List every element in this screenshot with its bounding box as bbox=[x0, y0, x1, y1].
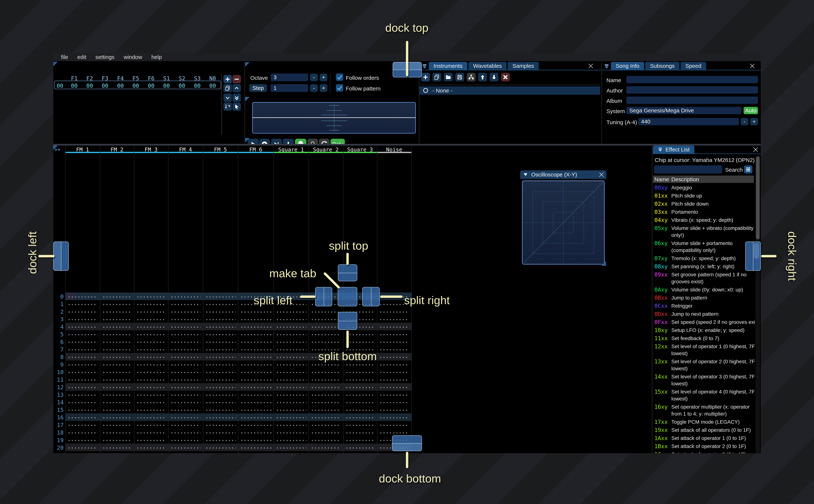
empty-cells[interactable] bbox=[311, 425, 341, 426]
effect-row-1Axx[interactable]: 1AxxSet attack of operator 1 (0 to 1F) bbox=[654, 435, 755, 442]
empty-cells[interactable] bbox=[276, 447, 306, 449]
empty-cells[interactable] bbox=[205, 304, 236, 305]
empty-cells[interactable] bbox=[276, 379, 306, 381]
effect-row-12xx[interactable]: 12xxSet level of operator 1 (0 highest, … bbox=[654, 343, 755, 357]
empty-cells[interactable] bbox=[240, 319, 271, 320]
tab-speed[interactable]: Speed bbox=[681, 62, 706, 70]
instrument-add-button[interactable] bbox=[421, 73, 430, 81]
effect-row-05xy[interactable]: 05xyVolume slide + vibrato (compatibilit… bbox=[654, 225, 755, 239]
effect-row-10xy[interactable]: 10xySetup LFO (x: enable; y: speed) bbox=[654, 327, 755, 334]
empty-cells[interactable] bbox=[240, 334, 271, 335]
effect-row-11xx[interactable]: 11xxSet feedback (0 to 7) bbox=[654, 335, 755, 342]
name-input[interactable] bbox=[626, 76, 758, 83]
empty-cells[interactable] bbox=[311, 387, 341, 388]
empty-cells[interactable] bbox=[345, 379, 375, 381]
order-duplicate-deep-button[interactable] bbox=[232, 94, 241, 102]
empty-cells[interactable] bbox=[345, 364, 375, 366]
instrument-save-button[interactable] bbox=[455, 73, 464, 81]
tuning-minus-button[interactable]: - bbox=[741, 118, 748, 125]
empty-cells[interactable] bbox=[102, 304, 132, 305]
empty-cells[interactable] bbox=[136, 304, 166, 305]
empty-cells[interactable] bbox=[345, 440, 375, 441]
empty-cells[interactable] bbox=[170, 296, 201, 298]
empty-cells[interactable] bbox=[345, 372, 375, 373]
empty-cells[interactable] bbox=[240, 387, 271, 388]
effect-row-16xy[interactable]: 16xySet operator multiplier (x: operator… bbox=[654, 403, 755, 417]
empty-cells[interactable] bbox=[102, 349, 132, 351]
empty-cells[interactable] bbox=[276, 387, 306, 388]
empty-cells[interactable] bbox=[311, 440, 341, 441]
song-info-close-icon[interactable] bbox=[749, 63, 756, 69]
empty-cells[interactable] bbox=[136, 311, 166, 313]
empty-cells[interactable] bbox=[240, 432, 271, 434]
empty-cells[interactable] bbox=[379, 410, 409, 411]
empty-cells[interactable] bbox=[136, 334, 166, 335]
tuning-plus-button[interactable]: + bbox=[750, 118, 758, 125]
split-left-button[interactable] bbox=[315, 287, 332, 306]
empty-cells[interactable] bbox=[102, 311, 132, 313]
empty-cells[interactable] bbox=[240, 402, 271, 403]
tab-effect-list[interactable]: Effect List bbox=[653, 146, 694, 153]
empty-cells[interactable] bbox=[379, 425, 409, 426]
step-input[interactable]: 1 bbox=[270, 84, 308, 92]
empty-cells[interactable] bbox=[170, 394, 201, 396]
empty-cells[interactable] bbox=[170, 364, 201, 366]
empty-cells[interactable] bbox=[170, 326, 201, 328]
make-tab-button[interactable] bbox=[338, 287, 357, 306]
empty-cells[interactable] bbox=[379, 326, 409, 328]
empty-cells[interactable] bbox=[379, 311, 409, 313]
empty-cells[interactable] bbox=[170, 387, 201, 388]
empty-cells[interactable] bbox=[345, 410, 375, 411]
empty-cells[interactable] bbox=[102, 296, 132, 298]
empty-cells[interactable] bbox=[170, 410, 201, 411]
effect-table-body[interactable]: 00xyArpeggio01xxPitch slide up02xxPitch … bbox=[654, 184, 755, 453]
empty-cells[interactable] bbox=[205, 440, 236, 441]
empty-cells[interactable] bbox=[205, 379, 236, 381]
step-row-button[interactable] bbox=[283, 139, 294, 144]
empty-cells[interactable] bbox=[102, 334, 132, 335]
effect-row-0Cxx[interactable]: 0CxxRetrigger bbox=[654, 302, 755, 309]
empty-cells[interactable] bbox=[170, 342, 201, 343]
effect-row-19xx[interactable]: 19xxSet attack of all operators (0 to 1F… bbox=[654, 427, 755, 434]
empty-cells[interactable] bbox=[205, 342, 236, 343]
effect-search-input[interactable] bbox=[654, 165, 722, 174]
empty-cells[interactable] bbox=[170, 349, 201, 351]
split-right-button[interactable] bbox=[362, 287, 380, 306]
empty-cells[interactable] bbox=[67, 326, 98, 328]
step-plus-button[interactable]: + bbox=[319, 84, 327, 92]
empty-cells[interactable] bbox=[136, 349, 166, 351]
empty-cells[interactable] bbox=[379, 432, 409, 434]
empty-cells[interactable] bbox=[240, 425, 271, 426]
empty-cells[interactable] bbox=[311, 364, 341, 366]
empty-cells[interactable] bbox=[379, 349, 409, 351]
empty-cells[interactable] bbox=[67, 432, 98, 434]
effect-row-08xy[interactable]: 08xySet panning (x: left; y: right) bbox=[654, 263, 755, 270]
resize-grip[interactable] bbox=[601, 261, 606, 266]
empty-cells[interactable] bbox=[276, 349, 306, 351]
empty-cells[interactable] bbox=[311, 394, 341, 396]
empty-cells[interactable] bbox=[170, 304, 201, 305]
empty-cells[interactable] bbox=[136, 357, 166, 358]
empty-cells[interactable] bbox=[276, 410, 306, 411]
empty-cells[interactable] bbox=[205, 432, 236, 434]
split-top-button[interactable] bbox=[338, 264, 357, 281]
empty-cells[interactable] bbox=[345, 432, 375, 434]
empty-cells[interactable] bbox=[67, 349, 98, 351]
empty-cells[interactable] bbox=[102, 342, 132, 343]
empty-cells[interactable] bbox=[102, 319, 132, 320]
system-input[interactable]: Sega Genesis/Mega Drive bbox=[626, 107, 741, 114]
empty-cells[interactable] bbox=[379, 357, 409, 358]
record-button[interactable] bbox=[295, 139, 306, 144]
empty-cells[interactable] bbox=[311, 417, 341, 419]
empty-cells[interactable] bbox=[67, 304, 98, 305]
order-move-down-button[interactable] bbox=[223, 94, 232, 102]
empty-cells[interactable] bbox=[136, 387, 166, 388]
empty-cells[interactable] bbox=[240, 311, 271, 313]
order-duplicate-button[interactable] bbox=[223, 84, 232, 92]
empty-cells[interactable] bbox=[170, 402, 201, 403]
empty-cells[interactable] bbox=[311, 319, 341, 320]
effect-row-0Bxx[interactable]: 0BxxJump to pattern bbox=[654, 294, 755, 301]
metronome-bell-button[interactable] bbox=[307, 139, 318, 144]
tuning-input[interactable]: 440 bbox=[638, 118, 739, 125]
instrument-delete-button[interactable] bbox=[501, 73, 510, 81]
